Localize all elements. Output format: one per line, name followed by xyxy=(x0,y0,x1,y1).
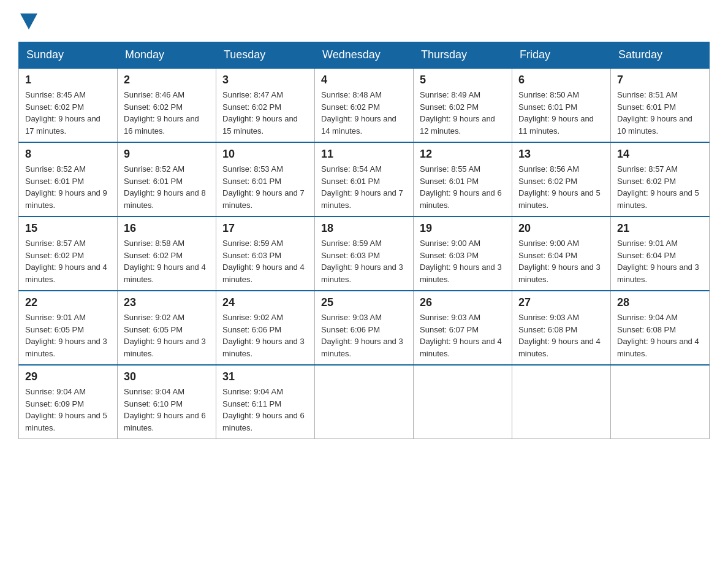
calendar-cell: 28Sunrise: 9:04 AMSunset: 6:08 PMDayligh… xyxy=(611,291,710,365)
day-number: 30 xyxy=(124,370,210,383)
calendar-cell: 1Sunrise: 8:45 AMSunset: 6:02 PMDaylight… xyxy=(19,68,118,142)
day-info: Sunrise: 8:53 AMSunset: 6:01 PMDaylight:… xyxy=(222,163,308,211)
day-info: Sunrise: 8:58 AMSunset: 6:02 PMDaylight:… xyxy=(124,237,210,285)
calendar-cell xyxy=(315,365,414,439)
day-info: Sunrise: 8:57 AMSunset: 6:02 PMDaylight:… xyxy=(25,237,111,285)
logo xyxy=(18,12,37,29)
day-info: Sunrise: 8:55 AMSunset: 6:01 PMDaylight:… xyxy=(420,163,506,211)
day-number: 3 xyxy=(222,74,308,86)
day-info: Sunrise: 9:03 AMSunset: 6:07 PMDaylight:… xyxy=(420,312,506,359)
day-info: Sunrise: 9:04 AMSunset: 6:11 PMDaylight:… xyxy=(222,386,308,434)
day-number: 25 xyxy=(321,296,407,309)
day-number: 21 xyxy=(617,222,703,235)
weekday-header-row: SundayMondayTuesdayWednesdayThursdayFrid… xyxy=(19,42,710,69)
day-number: 14 xyxy=(617,148,703,161)
week-row-3: 15Sunrise: 8:57 AMSunset: 6:02 PMDayligh… xyxy=(19,216,710,291)
calendar-cell xyxy=(512,365,611,439)
day-number: 1 xyxy=(25,74,111,86)
logo-arrow-icon xyxy=(20,13,37,29)
day-number: 31 xyxy=(222,370,308,383)
day-number: 17 xyxy=(222,222,308,235)
day-number: 22 xyxy=(25,296,111,309)
day-info: Sunrise: 8:52 AMSunset: 6:01 PMDaylight:… xyxy=(124,163,210,211)
day-info: Sunrise: 8:45 AMSunset: 6:02 PMDaylight:… xyxy=(25,89,111,137)
day-info: Sunrise: 8:46 AMSunset: 6:02 PMDaylight:… xyxy=(124,89,210,137)
calendar-cell: 21Sunrise: 9:01 AMSunset: 6:04 PMDayligh… xyxy=(611,216,710,291)
day-info: Sunrise: 9:04 AMSunset: 6:10 PMDaylight:… xyxy=(124,386,210,434)
day-info: Sunrise: 9:00 AMSunset: 6:04 PMDaylight:… xyxy=(518,237,604,285)
day-number: 16 xyxy=(124,222,210,235)
day-info: Sunrise: 8:50 AMSunset: 6:01 PMDaylight:… xyxy=(518,89,604,137)
day-info: Sunrise: 9:01 AMSunset: 6:05 PMDaylight:… xyxy=(25,312,111,359)
day-number: 5 xyxy=(420,74,506,86)
weekday-header-sunday: Sunday xyxy=(19,42,118,69)
day-number: 2 xyxy=(124,74,210,86)
weekday-header-wednesday: Wednesday xyxy=(315,42,414,69)
day-info: Sunrise: 9:04 AMSunset: 6:09 PMDaylight:… xyxy=(25,386,111,434)
day-number: 20 xyxy=(518,222,604,235)
calendar-cell: 6Sunrise: 8:50 AMSunset: 6:01 PMDaylight… xyxy=(512,68,611,142)
calendar-cell: 29Sunrise: 9:04 AMSunset: 6:09 PMDayligh… xyxy=(19,365,118,439)
calendar-cell: 27Sunrise: 9:03 AMSunset: 6:08 PMDayligh… xyxy=(512,291,611,365)
calendar-cell: 11Sunrise: 8:54 AMSunset: 6:01 PMDayligh… xyxy=(315,142,414,216)
page-header xyxy=(18,12,710,29)
day-info: Sunrise: 8:54 AMSunset: 6:01 PMDaylight:… xyxy=(321,163,407,211)
calendar-table: SundayMondayTuesdayWednesdayThursdayFrid… xyxy=(18,42,710,439)
day-info: Sunrise: 8:57 AMSunset: 6:02 PMDaylight:… xyxy=(617,163,703,211)
calendar-cell: 13Sunrise: 8:56 AMSunset: 6:02 PMDayligh… xyxy=(512,142,611,216)
calendar-cell: 10Sunrise: 8:53 AMSunset: 6:01 PMDayligh… xyxy=(216,142,315,216)
week-row-4: 22Sunrise: 9:01 AMSunset: 6:05 PMDayligh… xyxy=(19,291,710,365)
svg-marker-0 xyxy=(20,13,37,29)
calendar-cell: 9Sunrise: 8:52 AMSunset: 6:01 PMDaylight… xyxy=(118,142,216,216)
calendar-cell: 8Sunrise: 8:52 AMSunset: 6:01 PMDaylight… xyxy=(19,142,118,216)
calendar-cell: 7Sunrise: 8:51 AMSunset: 6:01 PMDaylight… xyxy=(611,68,710,142)
day-number: 23 xyxy=(124,296,210,309)
day-number: 18 xyxy=(321,222,407,235)
day-number: 24 xyxy=(222,296,308,309)
calendar-cell xyxy=(611,365,710,439)
calendar-cell: 14Sunrise: 8:57 AMSunset: 6:02 PMDayligh… xyxy=(611,142,710,216)
calendar-cell: 30Sunrise: 9:04 AMSunset: 6:10 PMDayligh… xyxy=(118,365,216,439)
calendar-cell xyxy=(414,365,512,439)
day-info: Sunrise: 9:03 AMSunset: 6:06 PMDaylight:… xyxy=(321,312,407,359)
weekday-header-tuesday: Tuesday xyxy=(216,42,315,69)
calendar-cell: 20Sunrise: 9:00 AMSunset: 6:04 PMDayligh… xyxy=(512,216,611,291)
calendar-cell: 23Sunrise: 9:02 AMSunset: 6:05 PMDayligh… xyxy=(118,291,216,365)
day-info: Sunrise: 8:52 AMSunset: 6:01 PMDaylight:… xyxy=(25,163,111,211)
day-number: 26 xyxy=(420,296,506,309)
calendar-cell: 25Sunrise: 9:03 AMSunset: 6:06 PMDayligh… xyxy=(315,291,414,365)
day-info: Sunrise: 8:48 AMSunset: 6:02 PMDaylight:… xyxy=(321,89,407,137)
day-info: Sunrise: 9:01 AMSunset: 6:04 PMDaylight:… xyxy=(617,237,703,285)
weekday-header-saturday: Saturday xyxy=(611,42,710,69)
day-number: 13 xyxy=(518,148,604,161)
week-row-2: 8Sunrise: 8:52 AMSunset: 6:01 PMDaylight… xyxy=(19,142,710,216)
calendar-cell: 3Sunrise: 8:47 AMSunset: 6:02 PMDaylight… xyxy=(216,68,315,142)
day-info: Sunrise: 9:00 AMSunset: 6:03 PMDaylight:… xyxy=(420,237,506,285)
day-info: Sunrise: 8:59 AMSunset: 6:03 PMDaylight:… xyxy=(321,237,407,285)
day-number: 29 xyxy=(25,370,111,383)
calendar-cell: 26Sunrise: 9:03 AMSunset: 6:07 PMDayligh… xyxy=(414,291,512,365)
calendar-cell: 12Sunrise: 8:55 AMSunset: 6:01 PMDayligh… xyxy=(414,142,512,216)
calendar-cell: 5Sunrise: 8:49 AMSunset: 6:02 PMDaylight… xyxy=(414,68,512,142)
day-number: 7 xyxy=(617,74,703,86)
day-number: 27 xyxy=(518,296,604,309)
day-number: 12 xyxy=(420,148,506,161)
calendar-cell: 24Sunrise: 9:02 AMSunset: 6:06 PMDayligh… xyxy=(216,291,315,365)
calendar-cell: 15Sunrise: 8:57 AMSunset: 6:02 PMDayligh… xyxy=(19,216,118,291)
calendar-cell: 18Sunrise: 8:59 AMSunset: 6:03 PMDayligh… xyxy=(315,216,414,291)
day-number: 15 xyxy=(25,222,111,235)
day-info: Sunrise: 9:02 AMSunset: 6:06 PMDaylight:… xyxy=(222,312,308,359)
calendar-cell: 4Sunrise: 8:48 AMSunset: 6:02 PMDaylight… xyxy=(315,68,414,142)
day-number: 6 xyxy=(518,74,604,86)
weekday-header-friday: Friday xyxy=(512,42,611,69)
calendar-cell: 31Sunrise: 9:04 AMSunset: 6:11 PMDayligh… xyxy=(216,365,315,439)
week-row-5: 29Sunrise: 9:04 AMSunset: 6:09 PMDayligh… xyxy=(19,365,710,439)
day-info: Sunrise: 9:02 AMSunset: 6:05 PMDaylight:… xyxy=(124,312,210,359)
calendar-cell: 22Sunrise: 9:01 AMSunset: 6:05 PMDayligh… xyxy=(19,291,118,365)
day-number: 4 xyxy=(321,74,407,86)
day-number: 10 xyxy=(222,148,308,161)
day-info: Sunrise: 8:47 AMSunset: 6:02 PMDaylight:… xyxy=(222,89,308,137)
day-info: Sunrise: 8:59 AMSunset: 6:03 PMDaylight:… xyxy=(222,237,308,285)
weekday-header-thursday: Thursday xyxy=(414,42,512,69)
day-info: Sunrise: 9:03 AMSunset: 6:08 PMDaylight:… xyxy=(518,312,604,359)
